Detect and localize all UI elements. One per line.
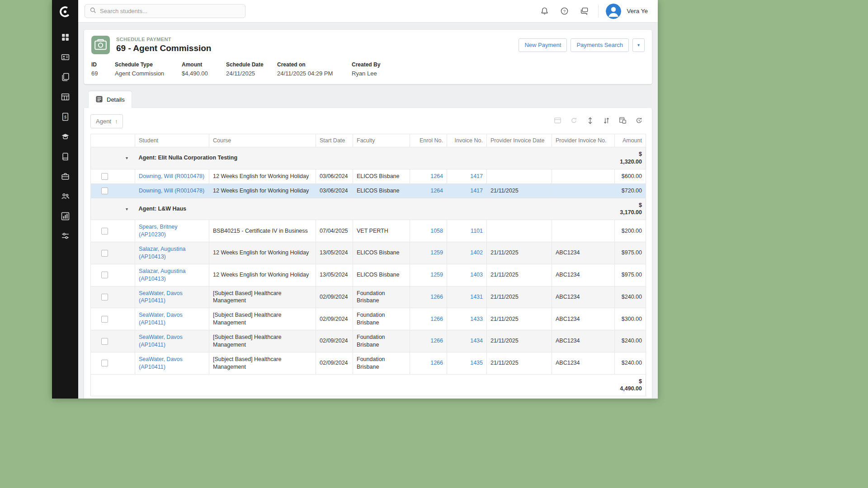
invoice-no-link[interactable]: 1435 [470, 360, 483, 366]
invoice-no-link[interactable]: 1433 [470, 316, 483, 322]
invoice-no-cell: 1101 [447, 220, 487, 242]
column-header-student[interactable]: Student [135, 134, 209, 147]
enrol-no-link[interactable]: 1266 [430, 316, 443, 322]
row-checkbox[interactable] [101, 316, 108, 323]
sidebar-item-reports[interactable] [52, 207, 78, 227]
more-actions-button[interactable]: ▾ [632, 38, 645, 52]
invoice-no-link[interactable]: 1402 [470, 249, 483, 256]
student-link[interactable]: Salazar, Augustina (AP10413) [139, 268, 186, 282]
student-search[interactable] [85, 4, 245, 18]
grid-row[interactable]: SeaWater, Davos (AP10411)[Subject Based]… [91, 308, 646, 330]
invoice-no-link[interactable]: 1431 [470, 294, 483, 300]
refresh-history-icon [635, 117, 643, 126]
student-link[interactable]: SeaWater, Davos (AP10411) [139, 356, 183, 370]
sidebar-item-students[interactable] [52, 48, 78, 68]
invoice-no-link[interactable]: 1101 [471, 228, 483, 234]
student-link[interactable]: Downing, Will (R0010478) [139, 173, 204, 179]
enrol-no-link[interactable]: 1259 [430, 249, 443, 256]
sidebar-item-services[interactable] [52, 167, 78, 187]
row-checkbox[interactable] [101, 338, 108, 345]
enrol-no-link[interactable]: 1259 [430, 272, 443, 278]
column-chooser-button[interactable] [616, 115, 629, 128]
search-input[interactable] [100, 8, 241, 14]
enrol-no-cell: 1266 [410, 308, 447, 330]
enrol-no-link[interactable]: 1266 [430, 294, 443, 300]
sidebar-item-library[interactable] [52, 147, 78, 167]
sidebar-item-invoices[interactable]: $ [52, 108, 78, 127]
invoice-no-link[interactable]: 1417 [470, 173, 483, 179]
collapse-group-icon[interactable]: ▾ [119, 198, 135, 220]
row-checkbox[interactable] [101, 250, 108, 257]
column-header-course[interactable]: Course [209, 134, 316, 147]
grid-row[interactable]: Salazar, Augustina (AP10413)12 Weeks Eng… [91, 264, 646, 286]
grid-row[interactable]: Salazar, Augustina (AP10413)12 Weeks Eng… [91, 242, 646, 264]
help-icon[interactable]: ? [557, 4, 572, 19]
group-label: Agent: Elit Nulla Corporation Testing [135, 147, 615, 169]
student-cell: Salazar, Augustina (AP10413) [135, 264, 209, 286]
grid-row[interactable]: Downing, Will (R0010478)12 Weeks English… [91, 183, 646, 198]
enrol-no-link[interactable]: 1266 [430, 360, 443, 366]
student-link[interactable]: Spears, Britney (AP10230) [139, 224, 177, 238]
row-checkbox[interactable] [101, 294, 108, 300]
student-cell: Downing, Will (R0010478) [135, 169, 209, 183]
payments-search-button[interactable]: Payments Search [571, 38, 629, 52]
student-link[interactable]: Salazar, Augustina (AP10413) [139, 246, 186, 260]
course-cell: [Subject Based] Healthcare Management [209, 352, 316, 374]
column-header-amount[interactable]: Amount [615, 134, 646, 147]
student-link[interactable]: SeaWater, Davos (AP10411) [139, 290, 183, 304]
sort-ascending-icon: ↑ [115, 118, 118, 125]
column-header-faculty[interactable]: Faculty [353, 134, 410, 147]
sidebar-item-agents[interactable] [52, 187, 78, 207]
column-header-provider-invoice-date[interactable]: Provider Invoice Date [487, 134, 552, 147]
export-button[interactable] [551, 115, 564, 128]
enrol-no-link[interactable]: 1264 [430, 188, 443, 194]
start-date-cell: 03/06/2024 [316, 183, 353, 198]
student-link[interactable]: SeaWater, Davos (AP10411) [139, 334, 183, 348]
column-header-provider-invoice-no[interactable]: Provider Invoice No. [552, 134, 615, 147]
sidebar-item-tables[interactable] [52, 88, 78, 108]
sidebar-item-dashboard[interactable] [52, 28, 78, 48]
new-payment-button[interactable]: New Payment [519, 38, 567, 52]
student-link[interactable]: Downing, Will (R0010478) [139, 188, 204, 194]
column-header-enrol-no[interactable]: Enrol No. [410, 134, 447, 147]
app-logo-icon[interactable] [52, 0, 78, 23]
column-header-invoice-no[interactable]: Invoice No. [447, 134, 487, 147]
student-link[interactable]: SeaWater, Davos (AP10411) [139, 312, 183, 326]
column-header-start-date[interactable]: Start Date [316, 134, 353, 147]
provider-invoice-date-cell: 21/11/2025 [487, 330, 552, 352]
expand-rows-button[interactable] [583, 115, 597, 128]
grid-row[interactable]: SeaWater, Davos (AP10411)[Subject Based]… [91, 352, 646, 374]
messages-icon[interactable] [576, 4, 592, 19]
invoice-no-link[interactable]: 1403 [470, 272, 483, 278]
invoice-no-cell: 1435 [447, 352, 487, 374]
expand-cell [119, 169, 135, 183]
row-order-button[interactable] [599, 115, 613, 128]
row-checkbox[interactable] [101, 360, 108, 366]
amount-cell: $240.00 [615, 352, 646, 374]
collapse-group-icon[interactable]: ▾ [119, 147, 135, 169]
group-by-agent-chip[interactable]: Agent ↑ [90, 114, 123, 128]
undo-button[interactable] [567, 115, 580, 128]
row-checkbox[interactable] [101, 228, 108, 235]
sidebar-item-courses[interactable] [52, 127, 78, 147]
enrol-no-link[interactable]: 1266 [430, 338, 443, 344]
grid-row[interactable]: SeaWater, Davos (AP10411)[Subject Based]… [91, 286, 646, 308]
avatar[interactable] [606, 4, 621, 19]
sidebar-item-documents[interactable] [52, 68, 78, 88]
notifications-icon[interactable] [537, 4, 552, 19]
grid-row[interactable]: SeaWater, Davos (AP10411)[Subject Based]… [91, 330, 646, 352]
sidebar-item-settings[interactable] [52, 227, 78, 247]
grid-row[interactable]: Downing, Will (R0010478)12 Weeks English… [91, 169, 646, 183]
row-checkbox[interactable] [101, 272, 108, 278]
invoice-no-link[interactable]: 1434 [470, 338, 483, 344]
row-checkbox[interactable] [101, 173, 108, 180]
select-cell [91, 242, 119, 264]
invoice-no-link[interactable]: 1417 [470, 188, 483, 194]
refresh-history-button[interactable] [632, 115, 646, 128]
enrol-no-link[interactable]: 1058 [430, 228, 443, 234]
enrol-no-link[interactable]: 1264 [430, 173, 443, 179]
row-checkbox[interactable] [101, 188, 108, 194]
tab-details[interactable]: Details [89, 91, 132, 108]
grid-row[interactable]: Spears, Britney (AP10230)BSB40215 - Cert… [91, 220, 646, 242]
user-name[interactable]: Vera Ye [627, 8, 648, 14]
